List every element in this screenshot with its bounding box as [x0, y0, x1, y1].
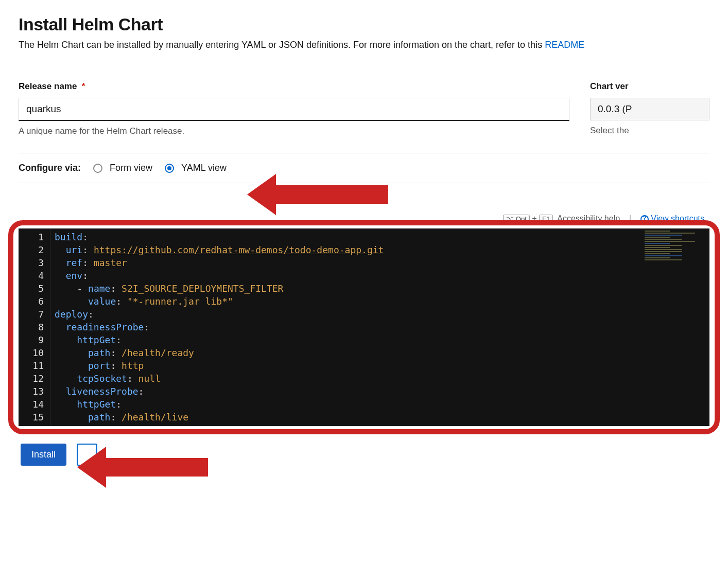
radio-icon-checked: [165, 164, 174, 173]
divider: [19, 183, 709, 183]
secondary-button[interactable]: [77, 444, 97, 466]
editor-code[interactable]: build: uri: https://github.com/redhat-mw…: [50, 228, 709, 426]
required-asterisk: *: [79, 81, 85, 91]
release-name-label: Release name *: [19, 81, 569, 92]
chart-version-label: Chart ver: [590, 81, 709, 92]
radio-yaml-view[interactable]: YAML view: [165, 163, 227, 173]
radio-icon: [93, 164, 102, 173]
radio-yaml-view-label: YAML view: [181, 163, 227, 173]
install-button[interactable]: Install: [21, 444, 66, 466]
release-name-label-text: Release name: [19, 81, 77, 91]
yaml-editor[interactable]: 123456789101112131415 build: uri: https:…: [19, 228, 709, 426]
chart-version-select[interactable]: 0.0.3 (P: [590, 98, 709, 120]
release-name-input[interactable]: [19, 98, 569, 121]
editor-link[interactable]: https://github.com/redhat-mw-demos/todo-…: [94, 244, 384, 255]
editor-gutter: 123456789101112131415: [19, 228, 50, 426]
page-subtitle: The Helm Chart can be installed by manua…: [19, 40, 709, 50]
readme-link[interactable]: README: [545, 40, 584, 50]
editor-minimap[interactable]: [643, 228, 709, 426]
radio-form-view[interactable]: Form view: [93, 163, 152, 173]
annotation-highlight-box: 123456789101112131415 build: uri: https:…: [8, 220, 720, 434]
configure-via-label: Configure via:: [19, 163, 81, 173]
page-title: Install Helm Chart: [19, 14, 709, 34]
subtitle-text: The Helm Chart can be installed by manua…: [19, 40, 545, 50]
release-name-helper: A unique name for the Helm Chart release…: [19, 126, 569, 136]
radio-form-view-label: Form view: [110, 163, 152, 173]
chart-version-helper: Select the: [590, 126, 709, 136]
